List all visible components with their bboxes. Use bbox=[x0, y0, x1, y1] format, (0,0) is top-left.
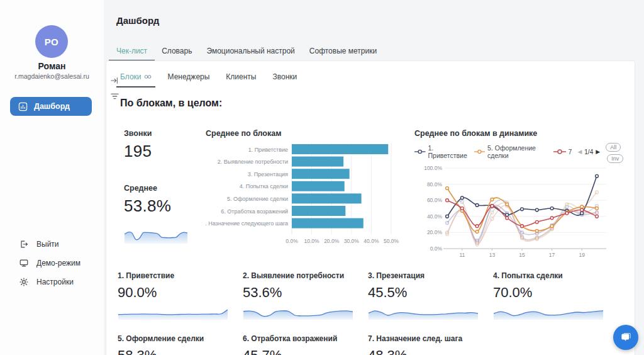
svg-text:0.0%: 0.0% bbox=[430, 245, 443, 252]
svg-text:3. Презентация: 3. Презентация bbox=[248, 171, 288, 178]
link-icon bbox=[144, 74, 152, 79]
card-objections: 6. Отработка возражений 45.7% bbox=[243, 334, 356, 355]
svg-text:7. Назначение следующего шага: 7. Назначение следующего шага bbox=[206, 220, 288, 227]
inner-tab-blocks-label: Блоки bbox=[120, 72, 142, 81]
card-deal-attempt: 4. Попытка сделки 70.0% bbox=[493, 271, 606, 334]
inner-tabs: Блоки Менеджеры Клиенты Звонки bbox=[120, 72, 297, 87]
content-panel: Блоки Менеджеры Клиенты Звонки По блокам… bbox=[106, 60, 635, 355]
card-sparkline bbox=[118, 303, 228, 320]
svg-text:10.0%: 10.0% bbox=[304, 238, 320, 244]
card-greeting: 1. Приветствие 90.0% bbox=[118, 271, 231, 334]
legend-prev-icon[interactable]: ◀ bbox=[577, 149, 582, 155]
sidebar: РО Роман r.magdaienko@salesai.ru Дашборд bbox=[0, 0, 104, 355]
average-value: 53.8% bbox=[124, 196, 193, 216]
screen: РО Роман r.magdaienko@salesai.ru Дашборд bbox=[0, 0, 644, 355]
line-chart-legend: 1. Приветствие 5. Оформление сделки 7 bbox=[414, 140, 636, 163]
card-sparkline bbox=[493, 303, 604, 320]
svg-text:19: 19 bbox=[579, 252, 585, 258]
sidebar-item-demo-mode[interactable]: Демо-режим bbox=[19, 257, 80, 269]
legend-item-7[interactable]: 7 bbox=[553, 148, 572, 155]
svg-text:60.0%: 60.0% bbox=[427, 197, 443, 203]
svg-text:80.0%: 80.0% bbox=[427, 181, 443, 188]
svg-text:40.0%: 40.0% bbox=[427, 213, 443, 220]
bar-chart-block: Среднее по блокам 0.0%10.0%20.0%30.0%40.… bbox=[206, 129, 402, 250]
top-tabs: Чек-лист Словарь Эмоциональный настрой С… bbox=[116, 47, 377, 61]
svg-text:20.0%: 20.0% bbox=[427, 229, 443, 235]
section-title: По блокам, в целом: bbox=[120, 98, 222, 109]
stats-block: Звонки 195 Среднее 53.8% bbox=[124, 129, 193, 246]
svg-text:50.0%: 50.0% bbox=[384, 238, 399, 244]
svg-text:6. Отработка возражений: 6. Отработка возражений bbox=[221, 208, 288, 215]
sidebar-footer: Выйти Демо-режим bbox=[19, 238, 80, 288]
bar-chart: 0.0%10.0%20.0%30.0%40.0%50.0%1. Приветст… bbox=[206, 140, 401, 247]
card-deal-closing: 5. Оформление сделки 58.3% bbox=[118, 334, 231, 355]
svg-text:0.0%: 0.0% bbox=[286, 238, 298, 244]
svg-text:5. Оформление сделки: 5. Оформление сделки bbox=[227, 196, 288, 202]
average-label: Среднее bbox=[124, 184, 193, 193]
legend-page-indicator: 1/4 bbox=[584, 149, 593, 155]
line-chart-block: Среднее по блокам в динамике 1. Приветст… bbox=[414, 129, 636, 261]
svg-text:11: 11 bbox=[459, 252, 465, 258]
inner-tab-blocks[interactable]: Блоки bbox=[120, 72, 152, 87]
page-title: Дашборд bbox=[116, 15, 159, 26]
sidebar-item-settings[interactable]: Настройки bbox=[19, 276, 80, 288]
line-chart-title: Среднее по блокам в динамике bbox=[414, 129, 636, 138]
card-next-step: 7. Назначение след. шага 48.3% bbox=[368, 334, 481, 355]
svg-text:30.0%: 30.0% bbox=[344, 238, 360, 244]
filter-icon[interactable] bbox=[111, 91, 119, 103]
line-chart: 0.0%20.0%40.0%60.0%80.0%100.0%1113151719 bbox=[414, 163, 622, 259]
card-needs: 2. Выявление потребности 53.6% bbox=[243, 271, 356, 334]
dashboard-icon bbox=[18, 102, 28, 111]
card-sparkline bbox=[368, 303, 479, 320]
tab-checklist[interactable]: Чек-лист bbox=[116, 47, 147, 61]
chat-widget-button[interactable] bbox=[613, 325, 638, 350]
gear-icon bbox=[19, 277, 29, 287]
inner-tab-clients[interactable]: Клиенты bbox=[226, 72, 256, 87]
legend-next-icon[interactable]: ▶ bbox=[596, 149, 600, 155]
svg-text:1. Приветствие: 1. Приветствие bbox=[248, 147, 288, 153]
legend-item-5[interactable]: 5. Оформление сделки bbox=[474, 144, 547, 159]
tab-dictionary[interactable]: Словарь bbox=[162, 47, 192, 61]
tab-emotional[interactable]: Эмоциональный настрой bbox=[206, 47, 294, 61]
inner-tab-managers[interactable]: Менеджеры bbox=[168, 72, 210, 87]
calls-value: 195 bbox=[124, 142, 193, 161]
card-presentation: 3. Презентация 45.5% bbox=[368, 271, 481, 334]
tab-soft-metrics[interactable]: Софтовые метрики bbox=[309, 47, 377, 61]
monitor-icon bbox=[19, 258, 29, 268]
demo-mode-label: Демо-режим bbox=[36, 259, 80, 268]
legend-inv-button[interactable]: Inv bbox=[607, 154, 623, 163]
svg-text:4. Попытка сделки: 4. Попытка сделки bbox=[240, 183, 288, 189]
average-sparkline bbox=[124, 223, 193, 246]
settings-label: Настройки bbox=[36, 278, 74, 286]
legend-item-1[interactable]: 1. Приветствие bbox=[414, 144, 469, 159]
logout-icon bbox=[19, 239, 29, 249]
legend-pager: ◀ 1/4 ▶ bbox=[577, 149, 600, 155]
svg-text:40.0%: 40.0% bbox=[364, 238, 379, 244]
calls-label: Звонки bbox=[124, 129, 193, 138]
inner-tab-calls[interactable]: Звонки bbox=[272, 72, 297, 87]
avatar-initials: РО bbox=[45, 37, 58, 47]
sidebar-dashboard-label: Дашборд bbox=[34, 102, 70, 111]
avatar[interactable]: РО bbox=[35, 25, 68, 58]
user-name: Роман bbox=[0, 61, 104, 71]
sidebar-item-dashboard[interactable]: Дашборд bbox=[10, 97, 92, 116]
legend-all-button[interactable]: All bbox=[606, 143, 621, 152]
user-email: r.magdaienko@salesai.ru bbox=[0, 72, 104, 80]
svg-text:20.0%: 20.0% bbox=[324, 238, 340, 244]
sidebar-item-logout[interactable]: Выйти bbox=[19, 238, 80, 250]
svg-text:15: 15 bbox=[519, 252, 525, 258]
card-sparkline bbox=[243, 303, 353, 320]
logout-label: Выйти bbox=[36, 240, 59, 249]
block-cards: 1. Приветствие 90.0% 2. Выявление потреб… bbox=[118, 271, 618, 355]
svg-text:13: 13 bbox=[489, 252, 496, 258]
bar-chart-title: Среднее по блокам bbox=[206, 129, 402, 138]
svg-text:100.0%: 100.0% bbox=[424, 165, 442, 171]
svg-text:17: 17 bbox=[549, 252, 555, 258]
chat-icon bbox=[619, 331, 632, 344]
svg-text:2. Выявление потребности: 2. Выявление потребности bbox=[218, 159, 288, 165]
